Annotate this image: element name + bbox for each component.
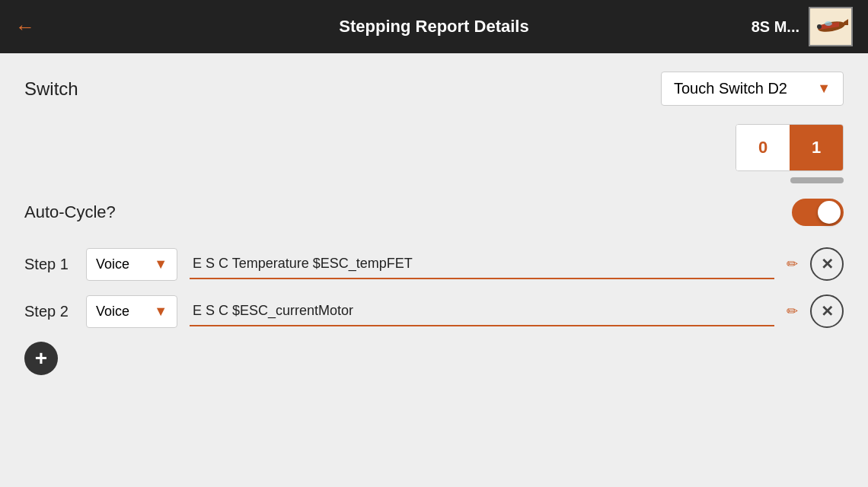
step-1-type-dropdown[interactable]: Voice ▼ [86,248,177,281]
avatar [809,7,853,46]
step-1-row: Step 1 Voice ▼ ✏ ✕ [24,247,844,281]
step-1-text-input[interactable] [190,250,774,279]
auto-cycle-toggle[interactable] [792,199,844,226]
svg-point-4 [817,24,822,29]
step-2-label: Step 2 [24,303,74,320]
scroll-indicator [24,177,844,183]
edit-icon[interactable]: ✏ [787,256,798,272]
page-title: Stepping Report Details [339,17,528,37]
header-right: 8S M... [752,7,853,46]
header: ← Stepping Report Details 8S M... [0,0,868,53]
auto-cycle-label: Auto-Cycle? [24,202,116,222]
step-2-delete-button[interactable]: ✕ [810,294,844,328]
edit-icon[interactable]: ✏ [787,303,798,320]
auto-cycle-row: Auto-Cycle? [24,199,844,226]
back-button[interactable]: ← [15,15,35,39]
toggle-buttons: 0 1 [736,124,844,171]
add-row: + [24,342,844,375]
svg-point-5 [825,21,832,26]
step-2-type-value: Voice [96,304,129,320]
chevron-down-icon: ▼ [817,81,831,97]
scroll-bar [790,177,844,183]
switch-dropdown[interactable]: Touch Switch D2 ▼ [661,72,844,106]
step-1-label: Step 1 [24,256,74,273]
step-1-delete-button[interactable]: ✕ [810,247,844,281]
plane-icon [810,8,851,45]
switch-row: Switch Touch Switch D2 ▼ [24,72,844,106]
step-2-row: Step 2 Voice ▼ ✏ ✕ [24,294,844,328]
step-2-type-dropdown[interactable]: Voice ▼ [86,295,177,328]
step-2-text-input[interactable] [190,297,774,326]
chevron-down-icon: ▼ [154,304,168,320]
step-1-type-value: Voice [96,256,129,272]
toggle-btn-0[interactable]: 0 [736,125,790,170]
switch-label: Switch [24,78,78,100]
device-label: 8S M... [752,18,799,36]
toggle-btn-1[interactable]: 1 [790,125,843,170]
toggle-buttons-wrapper: 0 1 [24,124,844,171]
toggle-knob [818,201,841,224]
switch-dropdown-value: Touch Switch D2 [674,80,787,97]
chevron-down-icon: ▼ [154,256,168,272]
add-step-button[interactable]: + [24,342,58,375]
content-area: Switch Touch Switch D2 ▼ 0 1 Auto-Cycle?… [0,53,868,487]
